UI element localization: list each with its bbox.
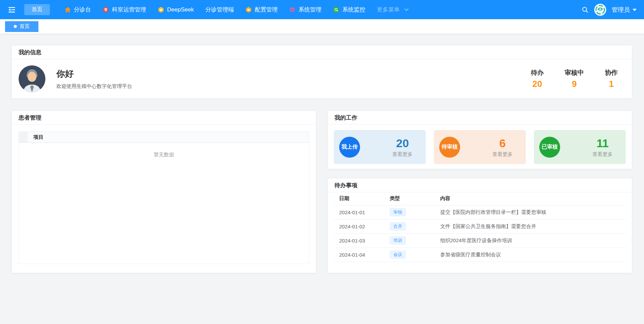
work-card-reviewed[interactable]: 已审核 11 查看更多: [534, 130, 626, 164]
column-header-type: 类型: [384, 192, 435, 205]
my-work-body: 我上传 20 查看更多 待审核 6 查看更多: [328, 125, 632, 169]
nav-item-label: 科室运营管理: [112, 6, 146, 13]
gear-icon: [289, 6, 296, 13]
main-content: 我的信息 你好 欢迎使用生殖中心数字化管理平台: [0, 34, 644, 273]
todo-date: 2024-01-01: [334, 205, 384, 219]
patient-mgmt-title: 患者管理: [12, 111, 316, 125]
pin-badge-icon: [102, 6, 109, 13]
todo-content: 文件【国家公共卫生服务指南】需要您合并: [435, 219, 626, 233]
profile-avatar: [19, 65, 45, 92]
my-work-title: 我的工作: [328, 111, 632, 125]
greeting-block: 你好 欢迎使用生殖中心数字化管理平台: [56, 68, 132, 90]
nav-item-triage-desk[interactable]: 分诊台: [59, 6, 97, 13]
chevron-down-icon: [405, 7, 409, 11]
todo-card: 待办事项 日期 类型 内容 2024-01-01 审核 提交【医院内部: [327, 178, 632, 273]
nav-item-deepseek[interactable]: DeepSeek: [152, 6, 199, 13]
empty-data-text: 暂无数据: [19, 143, 309, 158]
welcome-text: 欢迎使用生殖中心数字化管理平台: [56, 83, 132, 90]
monitor-icon: [333, 6, 340, 13]
todo-title: 待办事项: [328, 179, 632, 192]
uploaded-count: 20: [388, 137, 417, 150]
active-tab-dot: [14, 25, 17, 28]
view-more-link[interactable]: 查看更多: [388, 151, 417, 158]
my-info-card: 我的信息 你好 欢迎使用生殖中心数字化管理平台: [11, 45, 632, 99]
pending-circle-badge: 待审核: [439, 137, 460, 158]
selection-column-header: [19, 132, 27, 142]
nav-item-system-monitor[interactable]: 系统监控: [327, 6, 371, 13]
user-name: 管理员: [612, 6, 630, 14]
nav-item-dept-ops[interactable]: 科室运营管理: [97, 6, 152, 13]
nav-item-label: 配置管理: [255, 6, 278, 13]
sidebar-fold-icon[interactable]: [7, 5, 16, 14]
stat-collaboration: 协作 1: [602, 68, 621, 89]
nav-home-button[interactable]: 首页: [24, 4, 50, 15]
view-more-link[interactable]: 查看更多: [588, 151, 617, 158]
config-hexagon-icon: [245, 6, 252, 13]
todo-content: 组织2024年度医疗设备操作培训: [435, 233, 626, 248]
work-card-uploaded[interactable]: 我上传 20 查看更多: [334, 130, 426, 164]
column-header-content: 内容: [435, 192, 626, 205]
view-more-link[interactable]: 查看更多: [488, 151, 517, 158]
user-menu[interactable]: 管理员: [612, 6, 637, 14]
work-card-pending-review[interactable]: 待审核 6 查看更多: [434, 130, 526, 164]
stat-pending: 待办 20: [527, 68, 547, 89]
todo-date: 2024-01-04: [334, 248, 384, 262]
table-row[interactable]: 2024-01-04 会议 参加省级医疗质量控制会议: [334, 248, 626, 262]
uploaded-circle-badge: 我上传: [339, 137, 360, 158]
table-row[interactable]: 2024-01-03 培训 组织2024年度医疗设备操作培训: [334, 233, 626, 248]
patient-mgmt-card: 患者管理 项目 暂无数据: [11, 110, 316, 273]
nav-item-config[interactable]: 配置管理: [239, 6, 283, 13]
patient-table-header: 项目: [19, 131, 309, 143]
info-stats: 待办 20 审核中 9 协作 1: [527, 68, 621, 89]
todo-content: 提交【医院内部行政管理目录一栏】需要您审核: [435, 205, 626, 219]
reviewed-circle-badge: 已审核: [539, 137, 560, 158]
tags-view-bar: 首页: [0, 19, 644, 34]
search-icon[interactable]: [581, 6, 589, 13]
todo-content: 参加省级医疗质量控制会议: [435, 248, 626, 262]
type-tag: 合并: [390, 222, 406, 230]
type-tag: 审核: [390, 208, 406, 216]
uploaded-stats: 20 查看更多: [388, 137, 417, 158]
navbar-right: 管理员: [581, 4, 637, 16]
nav-item-label: 分诊台: [74, 6, 91, 13]
column-header-date: 日期: [334, 192, 384, 205]
my-work-card: 我的工作 我上传 20 查看更多 待审核 6 查看更多: [327, 110, 632, 169]
my-info-body: 你好 欢迎使用生殖中心数字化管理平台 待办 20 审核中 9 协作 1: [12, 59, 632, 98]
nav-item-triage-admin[interactable]: 分诊管理端: [199, 6, 239, 13]
nav-item-label: 更多菜单: [377, 6, 399, 13]
nav-item-system-admin[interactable]: 系统管理: [283, 6, 327, 13]
patient-table: 项目 暂无数据: [19, 131, 309, 264]
top-navbar: 首页 分诊台 科室运营管理 DeepSeek 分诊管理端 配置管理 系统管理: [0, 0, 644, 19]
todo-date: 2024-01-02: [334, 219, 384, 233]
home-icon: [64, 6, 71, 13]
type-tag: 培训: [390, 236, 406, 245]
table-row[interactable]: 2024-01-02 合并 文件【国家公共卫生服务指南】需要您合并: [334, 219, 626, 233]
type-tag: 会议: [390, 251, 406, 259]
tab-home[interactable]: 首页: [5, 21, 38, 32]
user-avatar[interactable]: [594, 4, 606, 16]
nav-item-label: 系统管理: [298, 6, 321, 13]
column-header-project: 项目: [27, 134, 43, 140]
patient-table-body: 暂无数据: [19, 143, 309, 264]
tab-label: 首页: [20, 23, 30, 30]
todo-date: 2024-01-03: [334, 233, 384, 248]
caret-down-icon: [633, 9, 637, 11]
nav-item-more-menu[interactable]: 更多菜单: [371, 6, 413, 13]
stat-reviewing: 审核中 9: [565, 68, 584, 89]
greeting-text: 你好: [56, 68, 132, 80]
robot-hexagon-icon: [158, 6, 164, 13]
my-info-title: 我的信息: [12, 45, 632, 59]
nav-item-label: 分诊管理端: [205, 6, 234, 13]
reviewed-count: 11: [588, 137, 617, 150]
table-row[interactable]: 2024-01-01 审核 提交【医院内部行政管理目录一栏】需要您审核: [334, 205, 626, 219]
nav-item-label: DeepSeek: [167, 6, 194, 13]
reviewed-stats: 11 查看更多: [588, 137, 617, 158]
pending-count: 6: [488, 137, 517, 150]
nav-item-label: 系统监控: [342, 6, 365, 13]
todo-table: 日期 类型 内容 2024-01-01 审核 提交【医院内部行政管理目录一栏】需…: [334, 192, 626, 262]
pending-stats: 6 查看更多: [488, 137, 517, 158]
